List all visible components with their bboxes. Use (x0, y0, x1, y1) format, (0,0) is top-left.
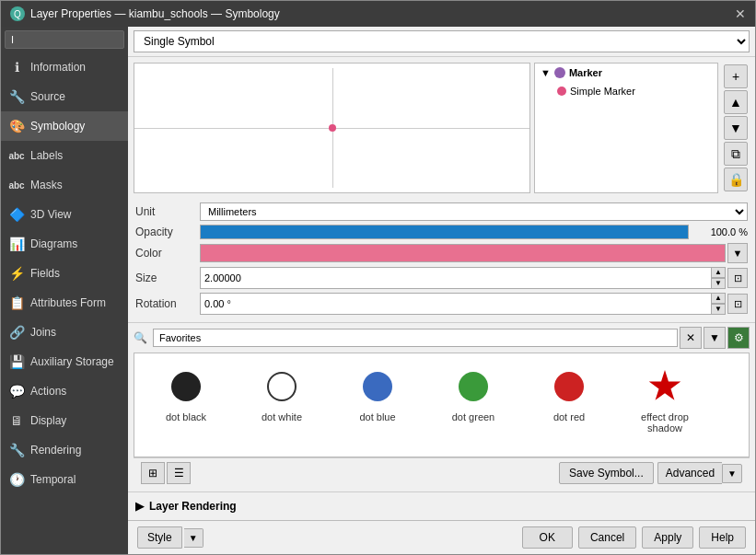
library-settings-button[interactable]: ⚙ (727, 327, 750, 349)
layer-rendering-triangle-icon: ▶ (135, 500, 144, 513)
title-bar: Q Layer Properties — kiambu_schools — Sy… (1, 1, 755, 27)
duplicate-layer-button[interactable]: ⧉ (724, 142, 748, 166)
search-icon: 🔍 (134, 331, 147, 344)
sidebar-label-diagrams: Diagrams (30, 237, 77, 250)
size-decrement-button[interactable]: ▼ (711, 278, 726, 289)
help-button[interactable]: Help (699, 526, 746, 549)
dot-green-shape (459, 372, 488, 401)
add-layer-button[interactable]: + (724, 64, 748, 88)
dot-green-label: dot green (452, 411, 494, 422)
sidebar-item-fields[interactable]: ⚡ Fields (1, 259, 128, 288)
effect-drop-shadow-shape (648, 370, 681, 403)
sidebar-item-source[interactable]: 🔧 Source (1, 82, 128, 111)
sidebar-item-labels[interactable]: abc Labels (1, 141, 128, 170)
symbol-preview-canvas (134, 68, 529, 188)
dot-blue-shape (363, 372, 392, 401)
fields-icon: ⚡ (8, 265, 25, 282)
symbol-item-dot-red[interactable]: dot red (523, 359, 615, 440)
library-search-input[interactable] (153, 329, 678, 347)
size-expr-button[interactable]: ⊡ (727, 268, 748, 288)
symbol-item-dot-black[interactable]: dot black (140, 359, 232, 440)
sidebar-item-information[interactable]: ℹ Information (1, 52, 128, 82)
simple-marker-dot-icon (557, 87, 566, 96)
style-button[interactable]: Style (137, 526, 182, 549)
sidebar: ℹ Information 🔧 Source 🎨 Symbology abc L… (1, 27, 128, 554)
rotation-input[interactable]: 0.00 ° (200, 293, 711, 315)
sidebar-item-actions[interactable]: 💬 Actions (1, 376, 128, 406)
rotation-increment-button[interactable]: ▲ (711, 293, 726, 304)
dot-red-icon (548, 365, 590, 408)
sidebar-label-3dview: 3D View (30, 208, 71, 221)
sidebar-item-attributesform[interactable]: 📋 Attributes Form (1, 288, 128, 318)
unit-select[interactable]: Millimeters Pixels Points (200, 202, 748, 221)
size-input[interactable]: 2.00000 (200, 267, 711, 289)
actions-icon: 💬 (8, 383, 25, 399)
save-symbol-button[interactable]: Save Symbol... (559, 462, 654, 484)
size-increment-button[interactable]: ▲ (711, 267, 726, 278)
icon-view-button[interactable]: ⊞ (141, 462, 165, 484)
marker-color-icon (554, 67, 565, 78)
search-input[interactable] (5, 30, 124, 49)
symbol-type-select[interactable]: Single Symbol Categorized Graduated Rule… (134, 30, 750, 52)
bottom-bar: ⊞ ☰ Save Symbol... Advanced ▼ (134, 457, 750, 488)
source-icon: 🔧 (8, 88, 25, 105)
sidebar-item-rendering[interactable]: 🔧 Rendering (1, 435, 128, 465)
sidebar-item-diagrams[interactable]: 📊 Diagrams (1, 229, 128, 259)
layer-rendering-section: ▶ Layer Rendering (128, 491, 755, 520)
sidebar-item-auxiliarystorage[interactable]: 💾 Auxiliary Storage (1, 347, 128, 376)
color-label: Color (135, 247, 200, 260)
symbol-item-effect-drop-shadow[interactable]: effect drop shadow (619, 359, 711, 440)
rotation-decrement-button[interactable]: ▼ (711, 304, 726, 315)
footer: Style ▼ OK Cancel Apply Help (128, 520, 755, 554)
view-buttons: ⊞ ☰ (141, 462, 191, 484)
sidebar-label-fields: Fields (30, 267, 60, 280)
marker-dot-preview (329, 124, 336, 132)
marker-layer-header[interactable]: ▼ Marker (535, 64, 717, 82)
advanced-main-button[interactable]: Advanced (657, 462, 722, 484)
library-clear-button[interactable]: ✕ (680, 327, 702, 349)
cancel-button[interactable]: Cancel (578, 526, 636, 549)
advanced-dropdown-button[interactable]: ▼ (722, 464, 742, 483)
rotation-expr-button[interactable]: ⊡ (727, 294, 748, 314)
symbology-icon: 🎨 (8, 118, 25, 134)
opacity-bar[interactable] (200, 225, 689, 239)
sidebar-item-joins[interactable]: 🔗 Joins (1, 318, 128, 347)
rotation-spinner-group: 0.00 ° ▲ ▼ (200, 293, 726, 315)
library-dropdown-button[interactable]: ▼ (704, 327, 726, 349)
opacity-row: Opacity 100.0 % (135, 225, 748, 239)
simple-marker-layer-item[interactable]: Simple Marker (535, 82, 717, 100)
sidebar-item-3dview[interactable]: 🔷 3D View (1, 200, 128, 229)
joins-icon: 🔗 (8, 324, 25, 341)
symbol-item-dot-white[interactable]: dot white (236, 359, 328, 440)
dot-white-icon (261, 365, 303, 408)
close-button[interactable]: ✕ (735, 6, 746, 21)
sidebar-item-temporal[interactable]: 🕐 Temporal (1, 465, 128, 494)
size-label: Size (135, 272, 200, 284)
symbol-item-dot-green[interactable]: dot green (427, 359, 519, 440)
list-view-button[interactable]: ☰ (167, 462, 191, 484)
labels-icon: abc (8, 147, 25, 164)
move-up-button[interactable]: ▲ (724, 90, 748, 114)
layer-rendering-header[interactable]: ▶ Layer Rendering (135, 496, 748, 516)
marker-layer-label: Marker (569, 67, 602, 78)
apply-button[interactable]: Apply (642, 526, 693, 549)
advanced-button-group: Advanced ▼ (657, 462, 742, 484)
dot-green-icon (452, 365, 494, 408)
sidebar-item-masks[interactable]: abc Masks (1, 170, 128, 200)
sidebar-item-symbology[interactable]: 🎨 Symbology (1, 111, 128, 141)
symbol-item-dot-blue[interactable]: dot blue (331, 359, 424, 440)
dot-black-icon (165, 365, 207, 408)
sidebar-item-display[interactable]: 🖥 Display (1, 406, 128, 435)
sidebar-label-rendering: Rendering (30, 444, 81, 457)
unit-row: Unit Millimeters Pixels Points (135, 202, 748, 221)
move-down-button[interactable]: ▼ (724, 116, 748, 140)
dot-blue-icon (356, 365, 399, 408)
color-swatch[interactable] (200, 244, 726, 262)
ok-button[interactable]: OK (522, 526, 573, 549)
style-dropdown-button[interactable]: ▼ (184, 528, 204, 548)
color-expr-button[interactable]: ▼ (727, 243, 748, 263)
search-box (1, 27, 128, 52)
display-icon: 🖥 (8, 412, 25, 429)
lock-layer-button[interactable]: 🔒 (724, 168, 748, 191)
dot-black-label: dot black (166, 411, 206, 422)
